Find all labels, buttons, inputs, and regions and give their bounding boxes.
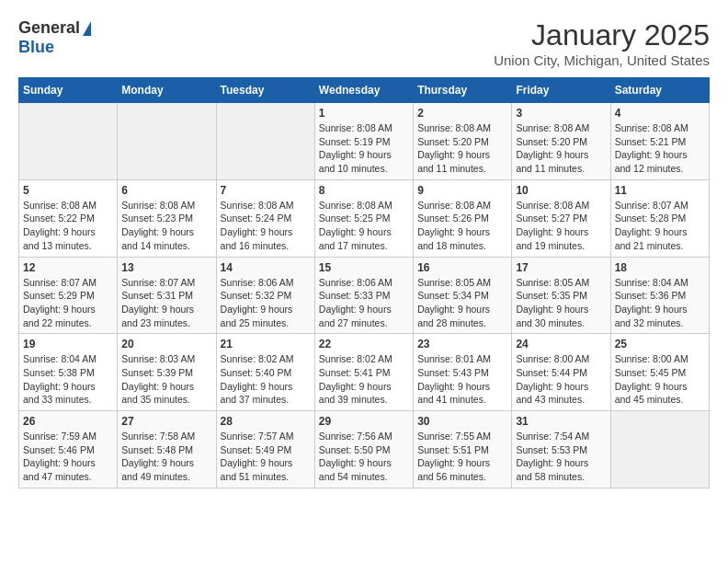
day-number: 8 [319,184,409,197]
sunrise-text: Sunrise: 8:00 AM [615,353,688,364]
title-block: January 2025 Union City, Michigan, Unite… [494,18,710,68]
daylight-text: Daylight: 9 hours and 35 minutes. [121,381,194,406]
calendar-cell: 10 Sunrise: 8:08 AM Sunset: 5:27 PM Dayl… [512,179,610,257]
day-info: Sunrise: 8:08 AM Sunset: 5:26 PM Dayligh… [417,199,507,253]
daylight-text: Daylight: 9 hours and 51 minutes. [221,457,293,482]
sunset-text: Sunset: 5:46 PM [23,444,95,455]
day-number: 18 [615,261,705,274]
calendar-cell: 14 Sunrise: 8:06 AM Sunset: 5:32 PM Dayl… [216,257,314,334]
sunrise-text: Sunrise: 8:08 AM [221,200,294,211]
logo-blue-text: Blue [18,38,54,57]
calendar-cell: 9 Sunrise: 8:08 AM Sunset: 5:26 PM Dayli… [414,179,512,257]
day-info: Sunrise: 7:58 AM Sunset: 5:48 PM Dayligh… [121,430,211,484]
calendar-cell: 1 Sunrise: 8:08 AM Sunset: 5:19 PM Dayli… [314,103,413,180]
sunset-text: Sunset: 5:19 PM [319,136,391,147]
daylight-text: Daylight: 9 hours and 41 minutes. [417,381,490,406]
sunrise-text: Sunrise: 8:05 AM [516,277,589,288]
sunset-text: Sunset: 5:48 PM [121,444,193,455]
sunrise-text: Sunrise: 7:54 AM [516,431,589,442]
sunset-text: Sunset: 5:51 PM [417,444,489,455]
day-number: 25 [615,338,705,350]
calendar-cell: 11 Sunrise: 8:07 AM Sunset: 5:28 PM Dayl… [610,179,709,257]
calendar-week-row: 12 Sunrise: 8:07 AM Sunset: 5:29 PM Dayl… [19,257,710,334]
daylight-text: Daylight: 9 hours and 49 minutes. [121,457,194,482]
sunrise-text: Sunrise: 8:02 AM [319,353,392,364]
sunrise-text: Sunrise: 7:59 AM [23,431,97,442]
day-number: 2 [417,107,507,120]
day-number: 29 [319,415,409,428]
sunrise-text: Sunrise: 8:01 AM [417,353,491,364]
day-info: Sunrise: 8:08 AM Sunset: 5:19 PM Dayligh… [319,121,409,176]
day-number: 6 [121,184,211,197]
calendar-cell: 18 Sunrise: 8:04 AM Sunset: 5:36 PM Dayl… [610,257,709,334]
day-info: Sunrise: 8:08 AM Sunset: 5:20 PM Dayligh… [516,121,606,176]
sunset-text: Sunset: 5:32 PM [221,290,292,301]
sunrise-text: Sunrise: 8:05 AM [417,277,491,288]
sunset-text: Sunset: 5:29 PM [23,290,95,301]
daylight-text: Daylight: 9 hours and 37 minutes. [221,381,293,406]
day-info: Sunrise: 8:08 AM Sunset: 5:20 PM Dayligh… [417,121,507,176]
calendar-cell [610,411,709,488]
day-number: 7 [221,184,311,197]
calendar-cell: 2 Sunrise: 8:08 AM Sunset: 5:20 PM Dayli… [414,103,512,180]
sunset-text: Sunset: 5:20 PM [516,136,587,147]
day-number: 19 [23,338,113,350]
day-number: 12 [23,261,113,274]
calendar-cell: 28 Sunrise: 7:57 AM Sunset: 5:49 PM Dayl… [216,411,314,488]
day-number: 23 [417,338,507,350]
sunset-text: Sunset: 5:53 PM [516,444,587,455]
daylight-text: Daylight: 9 hours and 10 minutes. [319,149,392,174]
sunrise-text: Sunrise: 8:06 AM [221,277,294,288]
day-info: Sunrise: 8:08 AM Sunset: 5:21 PM Dayligh… [615,121,705,176]
sunset-text: Sunset: 5:39 PM [121,367,193,378]
sunrise-text: Sunrise: 8:07 AM [615,200,688,211]
calendar-cell: 15 Sunrise: 8:06 AM Sunset: 5:33 PM Dayl… [314,257,413,334]
sunrise-text: Sunrise: 8:04 AM [615,277,688,288]
sunrise-text: Sunrise: 8:02 AM [221,353,294,364]
sunrise-text: Sunrise: 8:07 AM [121,277,195,288]
day-header-wednesday: Wednesday [314,78,413,103]
daylight-text: Daylight: 9 hours and 25 minutes. [221,304,293,328]
logo: General Blue [18,18,91,57]
sunset-text: Sunset: 5:34 PM [417,290,489,301]
calendar-cell: 17 Sunrise: 8:05 AM Sunset: 5:35 PM Dayl… [512,257,610,334]
daylight-text: Daylight: 9 hours and 18 minutes. [417,226,490,251]
day-number: 15 [319,261,409,274]
daylight-text: Daylight: 9 hours and 30 minutes. [516,304,588,328]
day-number: 5 [23,184,113,197]
sunset-text: Sunset: 5:22 PM [23,213,95,224]
page-subtitle: Union City, Michigan, United States [494,52,710,68]
day-number: 13 [121,261,211,274]
day-info: Sunrise: 7:56 AM Sunset: 5:50 PM Dayligh… [319,430,409,484]
sunrise-text: Sunrise: 7:58 AM [121,431,195,442]
daylight-text: Daylight: 9 hours and 16 minutes. [221,226,293,251]
calendar-cell: 31 Sunrise: 7:54 AM Sunset: 5:53 PM Dayl… [512,411,610,488]
sunrise-text: Sunrise: 8:08 AM [121,200,195,211]
sunrise-text: Sunrise: 8:04 AM [23,353,97,364]
day-header-friday: Friday [512,78,610,103]
day-info: Sunrise: 8:06 AM Sunset: 5:33 PM Dayligh… [319,276,409,330]
day-number: 21 [221,338,311,350]
sunrise-text: Sunrise: 8:03 AM [121,353,195,364]
sunrise-text: Sunrise: 8:08 AM [615,122,688,133]
day-info: Sunrise: 8:08 AM Sunset: 5:25 PM Dayligh… [319,199,409,253]
calendar-cell: 16 Sunrise: 8:05 AM Sunset: 5:34 PM Dayl… [414,257,512,334]
calendar-cell: 30 Sunrise: 7:55 AM Sunset: 5:51 PM Dayl… [414,411,512,488]
sunset-text: Sunset: 5:23 PM [121,213,193,224]
calendar-cell: 21 Sunrise: 8:02 AM Sunset: 5:40 PM Dayl… [216,334,314,411]
sunset-text: Sunset: 5:38 PM [23,367,95,378]
sunrise-text: Sunrise: 7:57 AM [221,431,294,442]
calendar-week-row: 26 Sunrise: 7:59 AM Sunset: 5:46 PM Dayl… [19,411,710,488]
day-number: 10 [516,184,606,197]
day-info: Sunrise: 8:00 AM Sunset: 5:44 PM Dayligh… [516,352,606,407]
day-number: 26 [23,415,113,428]
calendar-cell: 13 Sunrise: 8:07 AM Sunset: 5:31 PM Dayl… [118,257,216,334]
sunset-text: Sunset: 5:25 PM [319,213,391,224]
sunset-text: Sunset: 5:33 PM [319,290,391,301]
page-header: General Blue January 2025 Union City, Mi… [18,18,710,68]
daylight-text: Daylight: 9 hours and 43 minutes. [516,381,588,406]
calendar-cell: 4 Sunrise: 8:08 AM Sunset: 5:21 PM Dayli… [610,103,709,180]
calendar-cell: 12 Sunrise: 8:07 AM Sunset: 5:29 PM Dayl… [19,257,118,334]
day-number: 3 [516,107,606,120]
calendar-cell: 5 Sunrise: 8:08 AM Sunset: 5:22 PM Dayli… [19,179,118,257]
